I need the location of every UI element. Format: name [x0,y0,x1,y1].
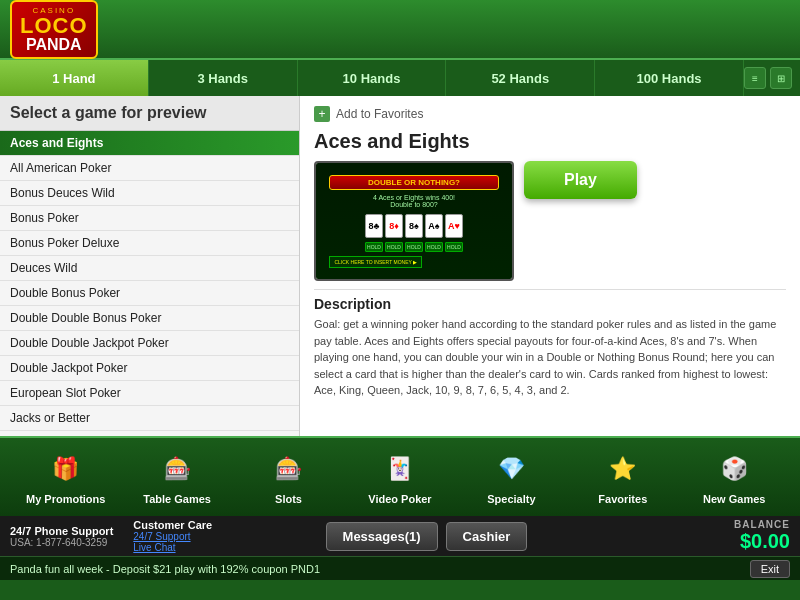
game-list-item[interactable]: All American Poker [0,156,299,181]
play-button[interactable]: Play [524,161,637,199]
hold-3: HOLD [405,242,423,252]
care-link-support[interactable]: 24/7 Support [133,531,212,542]
description-text: Goal: get a winning poker hand according… [314,316,786,399]
support-info: 24/7 Phone Support USA: 1-877-640-3259 [10,525,113,548]
description-title: Description [314,296,786,312]
hold-buttons: HOLD HOLD HOLD HOLD HOLD [365,242,463,252]
game-list-item[interactable]: Double Jackpot Poker [0,356,299,381]
game-list-item[interactable]: Jacks or Better [0,406,299,431]
logo-area: casino LOCO PANDA [10,0,98,59]
balance-amount: $0.00 [734,530,790,553]
nav-my-promotions[interactable]: 🎁 My Promotions [26,449,106,505]
insert-money-label: CLICK HERE TO INSERT MONEY ▶ [329,256,422,268]
screenshot-cards: 8♣ 8♦ 8♠ A♠ A♥ [365,214,463,238]
care-title: Customer Care [133,519,212,531]
favorites-icon: ⭐ [603,449,643,489]
game-list-item[interactable]: Bonus Poker [0,206,299,231]
specialty-icon: 💎 [491,449,531,489]
support-title: 24/7 Phone Support [10,525,113,537]
description-section: Description Goal: get a winning poker ha… [314,289,786,399]
bottom-nav: 🎁 My Promotions 🎰 Table Games 🎰 Slots 🃏 … [0,436,800,516]
game-list-item[interactable]: European Slot Poker [0,381,299,406]
slots-icon: 🎰 [269,449,309,489]
screenshot-banner: Double or Nothing? [329,175,498,190]
tab-52-hands[interactable]: 52 Hands [446,60,595,96]
messages-button[interactable]: Messages(1) [326,522,438,551]
card-2: 8♦ [385,214,403,238]
nav-specialty-label: Specialty [487,493,535,505]
list-view-icon[interactable]: ≡ [744,67,766,89]
nav-video-poker-label: Video Poker [368,493,431,505]
footer: 24/7 Phone Support USA: 1-877-640-3259 C… [0,516,800,556]
nav-promotions-label: My Promotions [26,493,105,505]
nav-new-games[interactable]: 🎲 New Games [694,449,774,505]
game-list-item[interactable]: Double Bonus Poker [0,281,299,306]
select-game-title: Select a game for preview [0,96,299,131]
screenshot-bottom: CLICK HERE TO INSERT MONEY ▶ [329,256,498,268]
balance-label: BALANCE [734,519,790,530]
card-4: A♠ [425,214,443,238]
logo-loco: LOCO [20,15,88,37]
support-phone: USA: 1-877-640-3259 [10,537,113,548]
ticker: Panda fun all week - Deposit $21 play wi… [0,556,800,580]
logo-panda: PANDA [26,37,82,53]
game-list-container: Aces and EightsAll American PokerBonus D… [0,131,299,436]
card-3: 8♠ [405,214,423,238]
game-list-item[interactable]: Bonus Deuces Wild [0,181,299,206]
hold-1: HOLD [365,242,383,252]
exit-button[interactable]: Exit [750,560,790,578]
screenshot-subtitle: 4 Aces or Eights wins 400!Double to 800? [373,194,455,208]
hold-5: HOLD [445,242,463,252]
game-list-item[interactable]: Aces and Eights [0,131,299,156]
nav-table-games[interactable]: 🎰 Table Games [137,449,217,505]
game-list-panel: Select a game for preview Aces and Eight… [0,96,300,436]
hold-4: HOLD [425,242,443,252]
play-button-area: Play [524,161,637,199]
game-list-item[interactable]: Double Double Bonus Poker [0,306,299,331]
add-favorites-label: Add to Favorites [336,107,423,121]
hold-2: HOLD [385,242,403,252]
nav-table-label: Table Games [143,493,211,505]
game-list: Aces and EightsAll American PokerBonus D… [0,131,299,436]
cashier-button[interactable]: Cashier [446,522,528,551]
logo: casino LOCO PANDA [10,0,98,59]
video-poker-icon: 🃏 [380,449,420,489]
tab-3-hands[interactable]: 3 Hands [149,60,298,96]
card-5: A♥ [445,214,463,238]
nav-specialty[interactable]: 💎 Specialty [471,449,551,505]
promotions-icon: 🎁 [46,449,86,489]
customer-care: Customer Care 24/7 Support Live Chat [133,519,212,553]
balance-area: BALANCE $0.00 [734,519,790,553]
game-list-item[interactable]: Deuces Wild [0,256,299,281]
tabs-bar: 1 Hand 3 Hands 10 Hands 52 Hands 100 Han… [0,60,800,96]
nav-slots-label: Slots [275,493,302,505]
game-preview-row: Double or Nothing? 4 Aces or Eights wins… [314,161,786,281]
care-link-chat[interactable]: Live Chat [133,542,212,553]
tab-10-hands[interactable]: 10 Hands [298,60,447,96]
nav-favorites-label: Favorites [598,493,647,505]
ticker-text: Panda fun all week - Deposit $21 play wi… [10,563,320,575]
tab-view-icons: ≡ ⊞ [744,60,800,96]
game-list-item[interactable]: Joker Poker [0,431,299,436]
game-title: Aces and Eights [314,130,786,153]
nav-slots[interactable]: 🎰 Slots [249,449,329,505]
grid-view-icon[interactable]: ⊞ [770,67,792,89]
table-games-icon: 🎰 [157,449,197,489]
tab-100-hands[interactable]: 100 Hands [595,60,744,96]
game-detail-panel: + Add to Favorites Aces and Eights Doubl… [300,96,800,436]
main-content: Select a game for preview Aces and Eight… [0,96,800,436]
footer-buttons: Messages(1) Cashier [326,522,528,551]
card-1: 8♣ [365,214,383,238]
header: casino LOCO PANDA [0,0,800,60]
game-list-item[interactable]: Bonus Poker Deluxe [0,231,299,256]
tab-1-hand[interactable]: 1 Hand [0,60,149,96]
screenshot-inner: Double or Nothing? 4 Aces or Eights wins… [316,163,512,279]
nav-new-games-label: New Games [703,493,765,505]
add-favorites-icon[interactable]: + [314,106,330,122]
nav-video-poker[interactable]: 🃏 Video Poker [360,449,440,505]
game-screenshot: Double or Nothing? 4 Aces or Eights wins… [314,161,514,281]
new-games-icon: 🎲 [714,449,754,489]
nav-favorites[interactable]: ⭐ Favorites [583,449,663,505]
add-favorites-bar[interactable]: + Add to Favorites [314,106,786,122]
game-list-item[interactable]: Double Double Jackpot Poker [0,331,299,356]
